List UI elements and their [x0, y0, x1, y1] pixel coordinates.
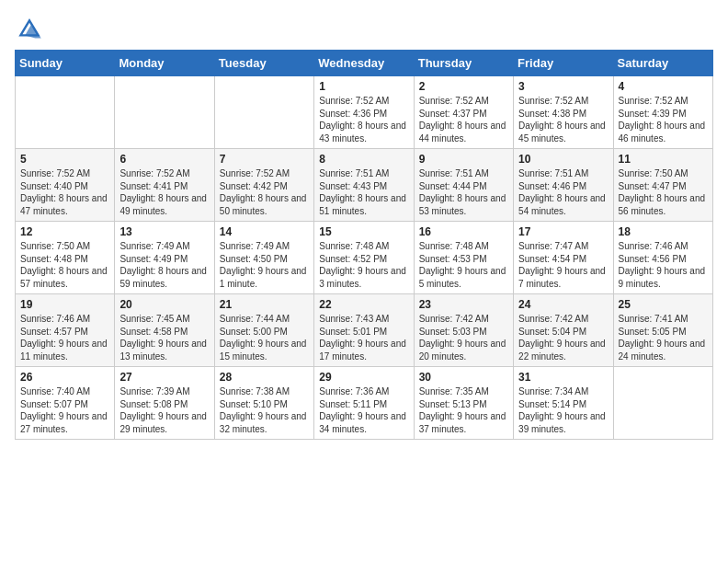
day-number: 4	[619, 80, 708, 93]
week-row-4: 26Sunrise: 7:40 AM Sunset: 5:07 PM Dayli…	[16, 367, 713, 440]
day-info: Sunrise: 7:46 AM Sunset: 4:57 PM Dayligh…	[20, 313, 109, 362]
calendar-cell: 22Sunrise: 7:43 AM Sunset: 5:01 PM Dayli…	[314, 294, 414, 367]
header	[15, 15, 713, 44]
day-number: 21	[220, 298, 309, 311]
calendar-cell: 17Sunrise: 7:47 AM Sunset: 4:54 PM Dayli…	[514, 222, 613, 294]
day-info: Sunrise: 7:45 AM Sunset: 4:58 PM Dayligh…	[119, 313, 209, 362]
calendar-cell: 2Sunrise: 7:52 AM Sunset: 4:37 PM Daylig…	[414, 76, 513, 149]
day-number: 29	[319, 371, 408, 384]
day-number: 6	[119, 153, 209, 166]
weekday-header-row: SundayMondayTuesdayWednesdayThursdayFrid…	[16, 51, 713, 76]
calendar-cell: 25Sunrise: 7:41 AM Sunset: 5:05 PM Dayli…	[613, 294, 712, 367]
calendar-cell: 24Sunrise: 7:42 AM Sunset: 5:04 PM Dayli…	[514, 294, 613, 367]
day-number: 8	[319, 153, 408, 166]
calendar-cell: 18Sunrise: 7:46 AM Sunset: 4:56 PM Dayli…	[613, 222, 712, 294]
day-number: 18	[619, 225, 708, 238]
day-info: Sunrise: 7:39 AM Sunset: 5:08 PM Dayligh…	[119, 385, 209, 435]
calendar-table: SundayMondayTuesdayWednesdayThursdayFrid…	[15, 50, 713, 440]
day-info: Sunrise: 7:49 AM Sunset: 4:49 PM Dayligh…	[119, 240, 209, 290]
day-info: Sunrise: 7:52 AM Sunset: 4:40 PM Dayligh…	[20, 167, 109, 217]
day-info: Sunrise: 7:48 AM Sunset: 4:52 PM Dayligh…	[319, 240, 408, 290]
day-info: Sunrise: 7:48 AM Sunset: 4:53 PM Dayligh…	[419, 240, 508, 290]
weekday-header-wednesday: Wednesday	[314, 51, 414, 76]
day-info: Sunrise: 7:52 AM Sunset: 4:38 PM Dayligh…	[518, 95, 608, 144]
weekday-header-thursday: Thursday	[414, 51, 513, 76]
calendar-cell	[214, 76, 313, 149]
day-number: 3	[518, 80, 608, 93]
day-info: Sunrise: 7:52 AM Sunset: 4:42 PM Dayligh…	[220, 167, 309, 217]
day-number: 7	[220, 153, 309, 166]
calendar-cell: 15Sunrise: 7:48 AM Sunset: 4:52 PM Dayli…	[314, 222, 414, 294]
calendar-cell	[613, 367, 712, 440]
day-info: Sunrise: 7:50 AM Sunset: 4:48 PM Dayligh…	[20, 240, 109, 290]
week-row-3: 19Sunrise: 7:46 AM Sunset: 4:57 PM Dayli…	[16, 294, 713, 367]
day-info: Sunrise: 7:46 AM Sunset: 4:56 PM Dayligh…	[619, 240, 708, 290]
day-number: 2	[419, 80, 508, 93]
calendar-cell: 1Sunrise: 7:52 AM Sunset: 4:36 PM Daylig…	[314, 76, 414, 149]
calendar-cell: 16Sunrise: 7:48 AM Sunset: 4:53 PM Dayli…	[414, 222, 513, 294]
calendar-cell: 6Sunrise: 7:52 AM Sunset: 4:41 PM Daylig…	[115, 149, 214, 222]
calendar-cell: 4Sunrise: 7:52 AM Sunset: 4:39 PM Daylig…	[613, 76, 712, 149]
weekday-header-saturday: Saturday	[613, 51, 712, 76]
calendar-cell: 20Sunrise: 7:45 AM Sunset: 4:58 PM Dayli…	[115, 294, 214, 367]
logo-icon	[15, 15, 44, 44]
calendar-cell: 5Sunrise: 7:52 AM Sunset: 4:40 PM Daylig…	[16, 149, 115, 222]
calendar-cell: 14Sunrise: 7:49 AM Sunset: 4:50 PM Dayli…	[214, 222, 313, 294]
day-number: 22	[319, 298, 408, 311]
day-number: 20	[119, 298, 209, 311]
day-info: Sunrise: 7:52 AM Sunset: 4:39 PM Dayligh…	[619, 95, 708, 144]
calendar-cell: 7Sunrise: 7:52 AM Sunset: 4:42 PM Daylig…	[214, 149, 313, 222]
day-number: 25	[619, 298, 708, 311]
day-number: 27	[119, 371, 209, 384]
day-number: 1	[319, 80, 408, 93]
calendar-cell: 26Sunrise: 7:40 AM Sunset: 5:07 PM Dayli…	[16, 367, 115, 440]
day-info: Sunrise: 7:51 AM Sunset: 4:43 PM Dayligh…	[319, 167, 408, 217]
day-info: Sunrise: 7:35 AM Sunset: 5:13 PM Dayligh…	[419, 385, 508, 435]
day-info: Sunrise: 7:44 AM Sunset: 5:00 PM Dayligh…	[220, 313, 309, 362]
logo	[15, 15, 48, 44]
day-info: Sunrise: 7:34 AM Sunset: 5:14 PM Dayligh…	[518, 385, 608, 435]
day-number: 24	[518, 298, 608, 311]
weekday-header-sunday: Sunday	[16, 51, 115, 76]
calendar-cell: 31Sunrise: 7:34 AM Sunset: 5:14 PM Dayli…	[514, 367, 613, 440]
day-number: 16	[419, 225, 508, 238]
day-info: Sunrise: 7:42 AM Sunset: 5:03 PM Dayligh…	[419, 313, 508, 362]
week-row-2: 12Sunrise: 7:50 AM Sunset: 4:48 PM Dayli…	[16, 222, 713, 294]
day-info: Sunrise: 7:52 AM Sunset: 4:36 PM Dayligh…	[319, 95, 408, 144]
day-info: Sunrise: 7:38 AM Sunset: 5:10 PM Dayligh…	[220, 385, 309, 435]
day-number: 12	[20, 225, 109, 238]
calendar-cell: 10Sunrise: 7:51 AM Sunset: 4:46 PM Dayli…	[514, 149, 613, 222]
day-number: 11	[619, 153, 708, 166]
day-number: 30	[419, 371, 508, 384]
weekday-header-friday: Friday	[514, 51, 613, 76]
day-info: Sunrise: 7:51 AM Sunset: 4:46 PM Dayligh…	[518, 167, 608, 217]
day-number: 10	[518, 153, 608, 166]
calendar-cell: 11Sunrise: 7:50 AM Sunset: 4:47 PM Dayli…	[613, 149, 712, 222]
day-number: 9	[419, 153, 508, 166]
day-info: Sunrise: 7:36 AM Sunset: 5:11 PM Dayligh…	[319, 385, 408, 435]
day-number: 28	[220, 371, 309, 384]
calendar-cell: 13Sunrise: 7:49 AM Sunset: 4:49 PM Dayli…	[115, 222, 214, 294]
week-row-1: 5Sunrise: 7:52 AM Sunset: 4:40 PM Daylig…	[16, 149, 713, 222]
calendar-cell: 9Sunrise: 7:51 AM Sunset: 4:44 PM Daylig…	[414, 149, 513, 222]
day-number: 15	[319, 225, 408, 238]
calendar-cell: 27Sunrise: 7:39 AM Sunset: 5:08 PM Dayli…	[115, 367, 214, 440]
calendar-cell: 21Sunrise: 7:44 AM Sunset: 5:00 PM Dayli…	[214, 294, 313, 367]
calendar-cell	[16, 76, 115, 149]
day-info: Sunrise: 7:52 AM Sunset: 4:41 PM Dayligh…	[119, 167, 209, 217]
week-row-0: 1Sunrise: 7:52 AM Sunset: 4:36 PM Daylig…	[16, 76, 713, 149]
day-number: 17	[518, 225, 608, 238]
day-number: 31	[518, 371, 608, 384]
weekday-header-tuesday: Tuesday	[214, 51, 313, 76]
day-number: 14	[220, 225, 309, 238]
calendar-cell: 12Sunrise: 7:50 AM Sunset: 4:48 PM Dayli…	[16, 222, 115, 294]
calendar-cell: 8Sunrise: 7:51 AM Sunset: 4:43 PM Daylig…	[314, 149, 414, 222]
calendar-cell: 3Sunrise: 7:52 AM Sunset: 4:38 PM Daylig…	[514, 76, 613, 149]
day-info: Sunrise: 7:49 AM Sunset: 4:50 PM Dayligh…	[220, 240, 309, 290]
day-number: 5	[20, 153, 109, 166]
day-number: 13	[119, 225, 209, 238]
calendar-cell	[115, 76, 214, 149]
day-info: Sunrise: 7:43 AM Sunset: 5:01 PM Dayligh…	[319, 313, 408, 362]
calendar-cell: 28Sunrise: 7:38 AM Sunset: 5:10 PM Dayli…	[214, 367, 313, 440]
day-info: Sunrise: 7:52 AM Sunset: 4:37 PM Dayligh…	[419, 95, 508, 144]
